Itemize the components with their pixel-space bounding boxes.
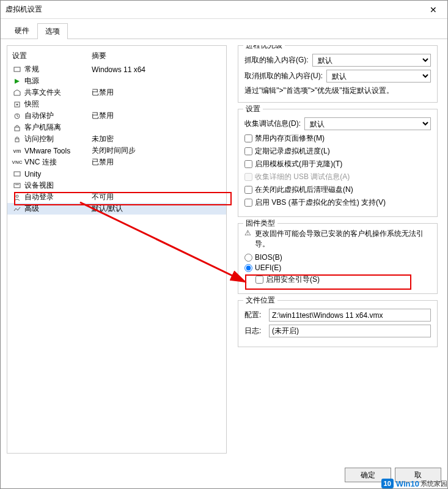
- fieldset-priority-label: 进程优先级: [243, 45, 285, 51]
- log-label: 日志:: [244, 326, 265, 336]
- list-item-label: VNC 连接: [24, 157, 92, 167]
- tab-strip: 硬件 选项: [1, 19, 447, 39]
- list-item[interactable]: 电源: [7, 75, 226, 87]
- list-item[interactable]: 客户机隔离: [7, 122, 226, 133]
- fieldset-filelocation-label: 文件位置: [243, 295, 277, 306]
- checkbox-logperiodic[interactable]: [244, 147, 252, 155]
- list-item-label: 访问控制: [24, 134, 92, 144]
- svg-rect-7: [14, 183, 20, 188]
- list-item[interactable]: VNCVNC 连接已禁用: [7, 156, 226, 168]
- svg-rect-0: [14, 67, 20, 72]
- checkbox-memtrim-label: 禁用内存页面修整(M): [255, 133, 325, 144]
- list-item-label: 客户机隔离: [24, 122, 92, 133]
- radio-uefi[interactable]: [244, 264, 252, 272]
- svg-rect-5: [15, 139, 19, 142]
- list-item-label: Unity: [24, 170, 92, 178]
- fieldset-settings: 设置 收集调试信息(D): 默认 禁用内存页面修整(M) 定期记录虚拟机进度(L…: [238, 109, 438, 217]
- list-item-label: 电源: [24, 76, 92, 86]
- settings-list: 设置 摘要 常规Windows 11 x64电源共享文件夹已禁用快照自动保护已禁…: [7, 45, 227, 454]
- checkbox-template[interactable]: [244, 160, 252, 168]
- list-item-label: 自动保护: [24, 111, 92, 121]
- list-item-summary: Windows 11 x64: [92, 65, 145, 74]
- list-item-summary: 关闭时间同步: [92, 145, 136, 156]
- list-item[interactable]: 设备视图: [7, 180, 226, 191]
- svg-rect-6: [14, 172, 20, 176]
- checkbox-secureboot[interactable]: [255, 276, 263, 284]
- firmware-warning: 更改固件可能会导致已安装的客户机操作系统无法引导。: [255, 229, 431, 249]
- access-control-lock-icon: [12, 135, 22, 144]
- ungrabbed-input-label: 取消抓取的输入内容(U):: [244, 71, 323, 81]
- list-item[interactable]: 高级默认/默认: [7, 203, 226, 215]
- content-area: 设置 摘要 常规Windows 11 x64电源共享文件夹已禁用快照自动保护已禁…: [1, 39, 447, 460]
- list-item-summary: 默认/默认: [92, 204, 123, 214]
- unity-icon: [12, 170, 22, 178]
- list-item[interactable]: 自动保护已禁用: [7, 110, 226, 122]
- tab-hardware[interactable]: 硬件: [7, 23, 37, 39]
- snapshot-icon: [12, 100, 22, 109]
- grabbed-input-label: 抓取的输入内容(G):: [244, 55, 309, 65]
- header-setting: 设置: [12, 51, 92, 61]
- shared-folder-icon: [12, 89, 22, 97]
- list-item[interactable]: 常规Windows 11 x64: [7, 64, 226, 75]
- list-item-label: 高级: [24, 204, 92, 214]
- checkbox-template-label: 启用模板模式(用于克隆)(T): [255, 159, 342, 169]
- list-item[interactable]: 共享文件夹已禁用: [7, 87, 226, 98]
- radio-bios[interactable]: [244, 254, 252, 262]
- fieldset-settings-label: 设置: [243, 104, 263, 114]
- list-item-label: 设备视图: [24, 180, 92, 191]
- radio-uefi-label: UEFI(E): [255, 263, 281, 272]
- tab-options[interactable]: 选项: [37, 23, 68, 39]
- list-item[interactable]: 访问控制未加密: [7, 133, 226, 145]
- list-item-summary: 未加密: [92, 134, 114, 144]
- list-item-summary: 不可用: [92, 192, 114, 202]
- list-item-label: VMware Tools: [24, 147, 92, 155]
- list-item-label: 共享文件夹: [24, 87, 92, 98]
- list-item-summary: 已禁用: [92, 87, 114, 98]
- watermark-badge: 10: [381, 479, 394, 488]
- log-path-input[interactable]: [269, 325, 431, 337]
- autoprotect-clock-icon: [12, 112, 22, 120]
- list-item-summary: 已禁用: [92, 111, 114, 121]
- grabbed-input-select[interactable]: 默认: [312, 54, 431, 67]
- fieldset-priority: 进程优先级 抓取的输入内容(G): 默认 取消抓取的输入内容(U): 默认 通过…: [238, 45, 438, 103]
- watermark-text2: 系统家园: [420, 479, 447, 488]
- checkbox-vbs-label: 启用 VBS (基于虚拟化的安全性) 支持(V): [255, 197, 386, 208]
- header-summary: 摘要: [92, 51, 106, 61]
- advanced-chart-icon: [12, 205, 22, 213]
- list-item[interactable]: vmVMware Tools关闭时间同步: [7, 145, 226, 156]
- radio-bios-label: BIOS(B): [255, 253, 282, 262]
- checkbox-usbverbose-label: 收集详细的 USB 调试信息(A): [255, 172, 350, 182]
- list-item[interactable]: 快照: [7, 98, 226, 110]
- vm-settings-window: 虚拟机设置 ✕ 硬件 选项 设置 摘要 常规Windows 11 x64电源共享…: [0, 0, 448, 489]
- device-view-icon: [12, 182, 22, 190]
- svg-rect-4: [15, 127, 20, 131]
- general-icon: [12, 65, 22, 74]
- window-title: 虚拟机设置: [6, 4, 424, 15]
- checkbox-usbverbose: [244, 173, 252, 181]
- settings-list-header: 设置 摘要: [7, 48, 226, 64]
- svg-point-2: [17, 103, 18, 105]
- checkbox-secureboot-label: 启用安全引导(S): [266, 274, 320, 285]
- vmware-tools-icon: vm: [12, 147, 22, 155]
- vnc-icon: VNC: [12, 158, 22, 167]
- list-item-label: 自动登录: [24, 192, 92, 202]
- debug-label: 收集调试信息(D):: [244, 119, 301, 129]
- right-panel: 进程优先级 抓取的输入内容(G): 默认 取消抓取的输入内容(U): 默认 通过…: [233, 45, 441, 454]
- checkbox-memtrim[interactable]: [244, 134, 252, 142]
- checkbox-vbs[interactable]: [244, 199, 252, 207]
- config-path-input[interactable]: [269, 309, 431, 322]
- close-icon[interactable]: ✕: [424, 5, 442, 15]
- guest-isolation-lock-icon: [12, 123, 22, 132]
- watermark-text1: Win10: [396, 479, 419, 488]
- ungrabbed-input-select[interactable]: 默认: [326, 70, 431, 83]
- warning-icon: ⚠: [244, 229, 251, 237]
- debug-select[interactable]: 默认: [304, 117, 431, 130]
- checkbox-cleandisk-label: 在关闭此虚拟机后清理磁盘(N): [255, 185, 353, 195]
- list-item-label: 快照: [24, 99, 92, 109]
- list-item-summary: 已禁用: [92, 157, 114, 167]
- checkbox-cleandisk[interactable]: [244, 186, 252, 194]
- list-item[interactable]: 自动登录不可用: [7, 191, 226, 203]
- svg-point-9: [16, 195, 18, 197]
- fieldset-firmware-label: 固件类型: [243, 218, 277, 229]
- list-item[interactable]: Unity: [7, 168, 226, 180]
